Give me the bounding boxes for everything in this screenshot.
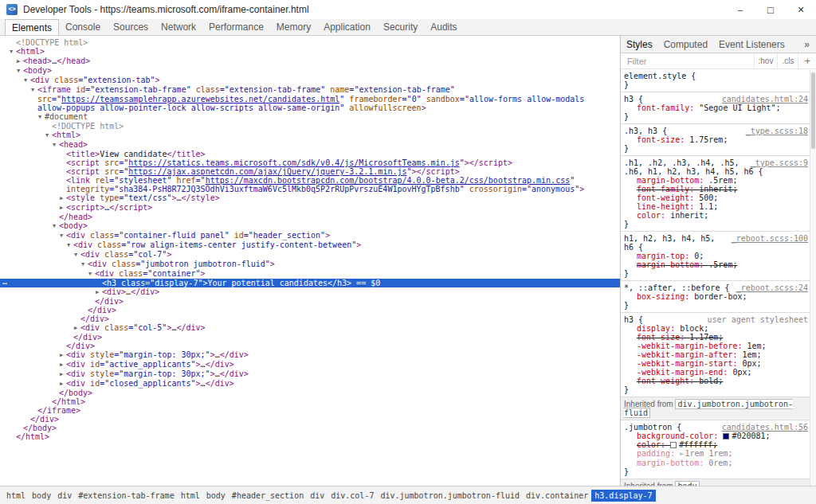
attribute-url-link[interactable]: https://maxcdn.bootstrapcdn.com/bootstra… — [206, 176, 571, 185]
tab-network[interactable]: Network — [155, 19, 202, 35]
expand-arrow-icon[interactable]: ▶ — [57, 351, 66, 360]
styles-scrollbar[interactable] — [810, 70, 816, 486]
dom-tree-line[interactable]: ▶<div id="closed_applicants">…</div> — [0, 379, 620, 389]
scrollbar-thumb[interactable] — [811, 72, 815, 149]
expand-shorthand-icon[interactable]: ▶ — [680, 451, 683, 457]
attribute-url-link[interactable]: https://teamssamplehrapp.azurewebsites.n… — [61, 95, 339, 104]
stylesheet-source-link[interactable]: _type.scss:18 — [746, 127, 808, 135]
expand-arrow-icon[interactable]: ▶ — [57, 361, 66, 369]
dom-tree-line[interactable]: ▼<body> — [0, 66, 620, 76]
dom-tree-line[interactable]: ▼<html> — [0, 131, 620, 140]
dom-tree-line[interactable]: </html> — [0, 432, 620, 441]
tab-security[interactable]: Security — [377, 19, 424, 35]
tab-elements[interactable]: Elements — [5, 19, 59, 35]
dom-tree-line[interactable]: ▶<div>…</div> — [0, 287, 620, 297]
breadcrumb-item[interactable]: div — [307, 490, 328, 502]
expand-arrow-icon[interactable]: ▶ — [57, 370, 66, 379]
expand-arrow-icon[interactable]: ▶ — [57, 204, 66, 213]
collapse-arrow-icon[interactable]: ▼ — [64, 241, 73, 250]
stylesheet-source-link[interactable]: _reboot.scss:100 — [732, 234, 808, 243]
css-property[interactable]: font-weight: 500; — [624, 193, 808, 202]
expand-arrow-icon[interactable]: ▶ — [92, 288, 102, 297]
dom-tree-line[interactable]: ▶<style type="text/css">…</style> — [0, 193, 620, 203]
collapse-arrow-icon[interactable]: ▼ — [28, 86, 37, 95]
more-tabs-icon[interactable]: » — [798, 39, 816, 50]
dom-tree-line[interactable]: ▶<head>…</head> — [0, 57, 620, 66]
css-property[interactable]: margin-bottom: .5rem; — [624, 176, 808, 185]
dom-tree-line[interactable]: <!DOCTYPE html> — [0, 38, 620, 47]
expand-arrow-icon[interactable]: ▶ — [71, 324, 80, 333]
tab-sources[interactable]: Sources — [107, 19, 155, 35]
dom-tree-line[interactable]: </body> — [0, 389, 620, 397]
dom-tree-line[interactable]: ▼<body> — [0, 221, 620, 231]
collapse-arrow-icon[interactable]: ▼ — [6, 48, 16, 57]
inherited-target-link[interactable]: body — [675, 481, 699, 486]
dom-tree-line[interactable]: ▼<div class="container-fluid panel" id="… — [0, 231, 620, 240]
breadcrumb-item[interactable]: div — [54, 490, 75, 502]
color-swatch[interactable] — [670, 442, 677, 448]
breadcrumb-item[interactable]: div.col-7 — [328, 490, 377, 502]
sidebar-tab-styles[interactable]: Styles — [621, 39, 658, 50]
css-property[interactable]: -webkit-margin-after: 1em; — [624, 350, 808, 359]
stylesheet-source-link[interactable]: _type.scss:9 — [751, 158, 808, 167]
dom-tree-line[interactable]: ▶<div style="margin-top: 30px;">…</div> — [0, 350, 620, 360]
toggle-element-state-button[interactable]: :hov — [754, 53, 778, 69]
tab-memory[interactable]: Memory — [270, 19, 317, 35]
breadcrumb-item[interactable]: #extension-tab-frame — [75, 490, 177, 502]
stylesheet-source-link[interactable]: candidates.html:56 — [722, 423, 808, 432]
dom-tree-line[interactable]: ▼<div class="extension-tab"> — [0, 76, 620, 85]
dom-tree-line[interactable]: ▼<iframe id="extension-tab-frame" class=… — [0, 85, 620, 112]
dom-tree-line[interactable]: </div> — [0, 342, 620, 350]
breadcrumb-item[interactable]: #header_section — [229, 490, 307, 502]
breadcrumb-item[interactable]: html — [3, 490, 29, 502]
dom-tree-line[interactable]: ▶<div id="active_applicants">…</div> — [0, 360, 620, 369]
tab-application[interactable]: Application — [317, 19, 377, 35]
dom-tree-line[interactable]: </html> — [0, 397, 620, 406]
breadcrumb-item[interactable]: div.jumbotron.jumbotron-fluid — [377, 490, 523, 502]
dom-tree-line[interactable]: </iframe> — [0, 406, 620, 415]
expand-arrow-icon[interactable]: ▶ — [57, 380, 66, 389]
css-property[interactable]: display: block; — [624, 324, 808, 333]
sidebar-tab-event-listeners[interactable]: Event Listeners — [713, 39, 790, 50]
dom-tree-line[interactable]: ▶<script>…</script> — [0, 203, 620, 213]
overflow-dots-icon[interactable]: … — [2, 277, 8, 286]
dom-tree-line[interactable]: <link rel="stylesheet" href="https://max… — [0, 176, 620, 193]
minimize-button[interactable]: – — [725, 0, 755, 19]
element-classes-button[interactable]: .cls — [777, 53, 798, 69]
css-property[interactable]: color: inherit; — [624, 211, 808, 220]
new-style-rule-button[interactable]: + — [798, 53, 816, 69]
collapse-arrow-icon[interactable]: ▼ — [57, 232, 66, 240]
dom-tree-line[interactable]: ▼#document — [0, 112, 620, 122]
dom-tree-line[interactable]: <script src="https://statics.teams.micro… — [0, 158, 620, 167]
css-property[interactable]: -webkit-margin-start: 0px; — [624, 359, 808, 368]
expand-arrow-icon[interactable]: ▶ — [57, 194, 66, 203]
css-property[interactable]: background-color: #020081; — [624, 432, 808, 440]
collapse-arrow-icon[interactable]: ▼ — [35, 113, 45, 122]
close-button[interactable]: ✕ — [786, 0, 816, 19]
stylesheet-source-link[interactable]: candidates.html:24 — [722, 95, 808, 104]
tab-performance[interactable]: Performance — [202, 19, 270, 35]
collapse-arrow-icon[interactable]: ▼ — [21, 76, 30, 85]
styles-filter-input[interactable] — [626, 56, 754, 67]
dom-tree-line[interactable]: ▼<head> — [0, 140, 620, 150]
css-property[interactable]: line-height: 1.1; — [624, 202, 808, 211]
sidebar-tab-computed[interactable]: Computed — [658, 39, 713, 50]
css-property[interactable]: font-family: "Segoe UI Light"; — [624, 104, 808, 112]
collapse-arrow-icon[interactable]: ▼ — [42, 131, 52, 140]
collapse-arrow-icon[interactable]: ▼ — [78, 260, 88, 269]
dom-tree-line[interactable]: </div> — [0, 306, 620, 315]
dom-tree-line[interactable]: </div> — [0, 333, 620, 342]
dom-tree-line[interactable]: <title>View candidate</title> — [0, 150, 620, 158]
breadcrumb-item[interactable]: html — [178, 490, 203, 502]
dom-tree-line[interactable]: ▶<div style="margin-top: 30px;">…</div> — [0, 369, 620, 379]
dom-tree-line[interactable]: <script src="https://ajax.aspnetcdn.com/… — [0, 167, 620, 176]
breadcrumb-item[interactable]: h3.display-7 — [591, 490, 655, 502]
css-property[interactable]: box-sizing: border-box; — [624, 292, 808, 301]
css-property[interactable]: margin-bottom: .5rem; — [624, 260, 808, 269]
collapse-arrow-icon[interactable]: ▼ — [49, 141, 59, 150]
dom-tree-line[interactable]: ▼<html> — [0, 47, 620, 57]
dom-tree-line[interactable]: ▶<div class="col-5">…</div> — [0, 323, 620, 333]
css-property[interactable]: padding: ▶1rem 1rem; — [624, 449, 808, 459]
dom-tree-line[interactable]: ▼<div class="row align-items-center just… — [0, 240, 620, 250]
css-property[interactable]: -webkit-margin-end: 0px; — [624, 368, 808, 377]
